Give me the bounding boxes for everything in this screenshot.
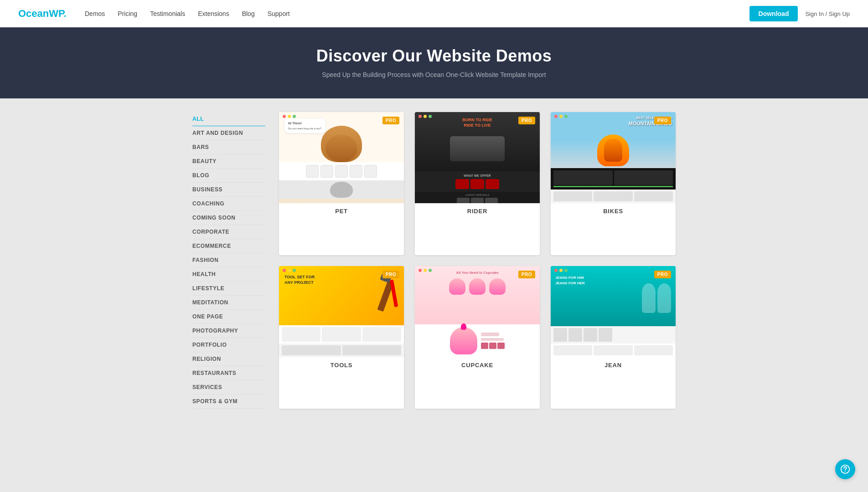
- brand-name: OceanWP: [18, 8, 64, 19]
- jean-models: [642, 283, 671, 313]
- dot-red: [418, 115, 422, 118]
- dot-yellow: [559, 115, 563, 118]
- window-dots-bikes: [554, 115, 568, 118]
- sidebar-item-beauty[interactable]: BEAUTY: [192, 154, 265, 169]
- demo-card-tools-label: TOOLS: [279, 357, 404, 373]
- demo-card-cupcake-label: CUPCAKE: [415, 357, 540, 373]
- cupcake-tagline: All You Need Is Cupcake: [456, 271, 498, 275]
- sidebar-item-coming-soon[interactable]: COMING SOON: [192, 211, 265, 225]
- nav-blog[interactable]: Blog: [242, 10, 255, 17]
- window-dots-rider: [418, 115, 432, 118]
- pro-badge-cupcake: PRO: [518, 271, 535, 278]
- dot-green: [564, 269, 568, 272]
- bikes-mock: BEST SELECTION 2021MOUNTAIN BIKES: [551, 112, 676, 203]
- tools-mock: TOOL SET FORANY PROJECT: [279, 266, 404, 357]
- sidebar-item-portfolio[interactable]: PORTFOLIO: [192, 338, 265, 352]
- dot-green: [429, 115, 432, 118]
- brand-logo[interactable]: OceanWP.: [18, 8, 67, 20]
- demo-card-pet-label: PET: [279, 203, 404, 219]
- dot-green: [293, 269, 296, 272]
- sidebar-item-business[interactable]: BUSINESS: [192, 183, 265, 197]
- dot-yellow: [559, 269, 563, 272]
- sidebar-item-services[interactable]: SERVICES: [192, 380, 265, 395]
- demo-card-jean-image: PRO JEANS FOR HIMJEANS FOR HER: [551, 266, 676, 357]
- dot-yellow: [288, 115, 291, 118]
- demo-card-jean-label: JEAN: [551, 357, 676, 373]
- hero-title: Discover Our Website Demos: [9, 46, 859, 66]
- nav-demos[interactable]: Demos: [85, 10, 105, 17]
- jean-thumb-4: [599, 328, 612, 342]
- dot-green: [429, 269, 432, 272]
- cupcake-row: [449, 278, 506, 295]
- demo-card-rider[interactable]: PRO BORN TO RIDERIDE TO LIVE WHAT WE OFF…: [415, 112, 540, 255]
- demo-card-pet[interactable]: PRO Hi There! Do you want bug me a toy?: [279, 112, 404, 255]
- sidebar-item-ecommerce[interactable]: ECOMMERCE: [192, 239, 265, 253]
- demo-card-tools[interactable]: PRO TOOL SET FORANY PROJECT: [279, 266, 404, 409]
- nav-extensions[interactable]: Extensions: [198, 10, 229, 17]
- sidebar: ALL ART AND DESIGN BARS BEAUTY BLOG BUSI…: [192, 112, 265, 409]
- demo-card-bikes[interactable]: PRO BEST SELECTION 2021MOUNTAIN BIKES: [551, 112, 676, 255]
- sidebar-item-bars[interactable]: BARS: [192, 140, 265, 154]
- demo-card-bikes-label: BIKES: [551, 203, 676, 219]
- tools-tagline: TOOL SET FORANY PROJECT: [284, 274, 315, 286]
- cupcake-big-item: [450, 327, 477, 354]
- pro-badge-rider: PRO: [518, 117, 535, 124]
- jean-best-seller: [551, 343, 676, 357]
- navbar: OceanWP. Demos Pricing Testimonials Exte…: [0, 0, 868, 27]
- sidebar-item-art[interactable]: ART AND DESIGN: [192, 126, 265, 140]
- dot-red: [554, 269, 558, 272]
- download-button[interactable]: Download: [749, 6, 798, 21]
- rider-what-we-offer: WHAT WE OFFER: [415, 171, 540, 192]
- demo-card-cupcake[interactable]: PRO All You Need Is Cupcake: [415, 266, 540, 409]
- window-dots-tools: [283, 269, 296, 272]
- jean-tagline: JEANS FOR HIMJEANS FOR HER: [555, 275, 585, 286]
- sidebar-item-fashion[interactable]: FASHION: [192, 253, 265, 267]
- nav-support[interactable]: Support: [268, 10, 290, 17]
- sidebar-item-photography[interactable]: PHOTOGRAPHY: [192, 324, 265, 338]
- screwdriver: [390, 279, 398, 307]
- window-dots-cupcake: [418, 269, 432, 272]
- dot-yellow: [424, 269, 427, 272]
- bikes-clothing-row: [553, 170, 673, 185]
- cupcake-mock: All You Need Is Cupcake: [415, 266, 540, 357]
- sidebar-item-all[interactable]: ALL: [192, 112, 265, 126]
- dot-red: [554, 115, 558, 118]
- sidebar-item-meditation[interactable]: MEDITATION: [192, 296, 265, 310]
- sidebar-item-religion[interactable]: RELIGION: [192, 352, 265, 366]
- pro-badge-jean: PRO: [654, 271, 671, 278]
- sidebar-item-sports[interactable]: SPORTS & GYM: [192, 395, 265, 409]
- signin-link[interactable]: Sign In / Sign Up: [805, 10, 850, 17]
- sidebar-item-restaurants[interactable]: RESTAURANTS: [192, 366, 265, 380]
- cupcake-item-2: [469, 278, 486, 295]
- sidebar-item-coaching[interactable]: COACHING: [192, 197, 265, 211]
- pro-badge-pet: PRO: [382, 117, 399, 124]
- demo-card-rider-image: PRO BORN TO RIDERIDE TO LIVE WHAT WE OFF…: [415, 112, 540, 203]
- bikes-featured: [551, 190, 676, 203]
- pro-badge-tools: PRO: [382, 271, 399, 278]
- cupcake-text-bar-2: [481, 338, 504, 341]
- sidebar-item-one-page[interactable]: ONE PAGE: [192, 310, 265, 324]
- nav-right: Download Sign In / Sign Up: [749, 6, 850, 21]
- help-button[interactable]: [835, 459, 855, 479]
- cupcake-item-3: [489, 278, 506, 295]
- dot-yellow: [424, 115, 427, 118]
- hero-subtitle: Speed Up the Building Process with Ocean…: [9, 71, 859, 78]
- biker-person: [597, 134, 629, 166]
- window-dots-jean: [554, 269, 568, 272]
- sidebar-item-blog[interactable]: BLOG: [192, 169, 265, 183]
- tools-more-row: [279, 343, 404, 357]
- nav-testimonials[interactable]: Testimonials: [150, 10, 185, 17]
- cupcake-text-bar-1: [481, 333, 499, 336]
- demo-card-cupcake-image: PRO All You Need Is Cupcake: [415, 266, 540, 357]
- window-dots: [283, 115, 296, 118]
- nav-pricing[interactable]: Pricing: [118, 10, 137, 17]
- pet-mock: Hi There! Do you want bug me a toy?: [279, 112, 404, 203]
- sidebar-item-corporate[interactable]: CORPORATE: [192, 225, 265, 239]
- sidebar-item-lifestyle[interactable]: LIFESTYLE: [192, 282, 265, 296]
- demo-card-jean[interactable]: PRO JEANS FOR HIMJEANS FOR HER: [551, 266, 676, 409]
- help-icon: [840, 464, 850, 474]
- cupcake-cherry: [461, 323, 466, 330]
- jean-person-2: [657, 283, 671, 313]
- sidebar-item-health[interactable]: HEALTH: [192, 267, 265, 282]
- demo-card-tools-image: PRO TOOL SET FORANY PROJECT: [279, 266, 404, 357]
